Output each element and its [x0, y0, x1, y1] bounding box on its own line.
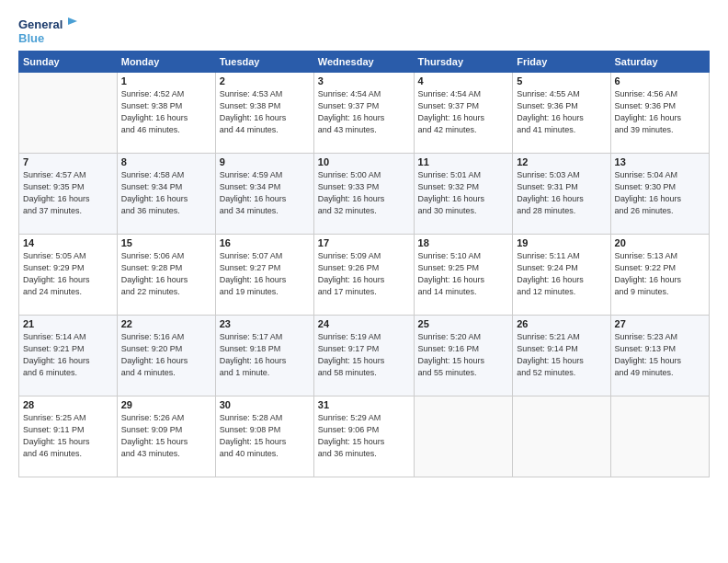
calendar-cell: 29Sunrise: 5:26 AM Sunset: 9:09 PM Dayli…: [117, 396, 215, 477]
day-number: 10: [318, 156, 410, 167]
weekday-header-row: SundayMondayTuesdayWednesdayThursdayFrid…: [19, 52, 710, 73]
calendar-cell: 12Sunrise: 5:03 AM Sunset: 9:31 PM Dayli…: [513, 154, 610, 235]
weekday-header-monday: Monday: [117, 52, 215, 73]
calendar-cell: [414, 396, 513, 477]
day-number: 24: [318, 318, 410, 329]
day-number: 29: [121, 399, 211, 410]
calendar-cell: 14Sunrise: 5:05 AM Sunset: 9:29 PM Dayli…: [19, 235, 118, 316]
weekday-header-saturday: Saturday: [610, 52, 709, 73]
calendar-cell: 13Sunrise: 5:04 AM Sunset: 9:30 PM Dayli…: [610, 154, 709, 235]
calendar-cell: 30Sunrise: 5:28 AM Sunset: 9:08 PM Dayli…: [215, 396, 313, 477]
day-detail: Sunrise: 5:26 AM Sunset: 9:09 PM Dayligh…: [121, 412, 211, 460]
calendar-cell: 21Sunrise: 5:14 AM Sunset: 9:21 PM Dayli…: [19, 316, 118, 396]
day-detail: Sunrise: 5:29 AM Sunset: 9:06 PM Dayligh…: [318, 412, 410, 460]
calendar-cell: 31Sunrise: 5:29 AM Sunset: 9:06 PM Dayli…: [313, 396, 414, 477]
day-detail: Sunrise: 5:14 AM Sunset: 9:21 PM Dayligh…: [23, 331, 113, 379]
day-number: 30: [220, 399, 310, 410]
calendar-cell: 2Sunrise: 4:53 AM Sunset: 9:38 PM Daylig…: [215, 73, 313, 154]
calendar-cell: 19Sunrise: 5:11 AM Sunset: 9:24 PM Dayli…: [513, 235, 610, 316]
day-number: 31: [318, 399, 410, 410]
day-detail: Sunrise: 4:52 AM Sunset: 9:38 PM Dayligh…: [121, 88, 211, 136]
day-number: 5: [517, 75, 606, 86]
calendar-cell: 9Sunrise: 4:59 AM Sunset: 9:34 PM Daylig…: [215, 154, 313, 235]
day-number: 16: [220, 237, 310, 248]
calendar-week-1: 1Sunrise: 4:52 AM Sunset: 9:38 PM Daylig…: [19, 73, 710, 154]
day-number: 11: [418, 156, 509, 167]
day-detail: Sunrise: 4:55 AM Sunset: 9:36 PM Dayligh…: [517, 88, 606, 136]
day-number: 21: [23, 318, 113, 329]
day-number: 15: [121, 237, 211, 248]
calendar-cell: 22Sunrise: 5:16 AM Sunset: 9:20 PM Dayli…: [117, 316, 215, 396]
day-detail: Sunrise: 5:11 AM Sunset: 9:24 PM Dayligh…: [517, 250, 606, 298]
day-detail: Sunrise: 4:54 AM Sunset: 9:37 PM Dayligh…: [418, 88, 509, 136]
calendar-cell: [610, 396, 709, 477]
calendar-week-3: 14Sunrise: 5:05 AM Sunset: 9:29 PM Dayli…: [19, 235, 710, 316]
calendar-cell: 5Sunrise: 4:55 AM Sunset: 9:36 PM Daylig…: [513, 73, 610, 154]
calendar-cell: 6Sunrise: 4:56 AM Sunset: 9:36 PM Daylig…: [610, 73, 709, 154]
day-detail: Sunrise: 4:53 AM Sunset: 9:38 PM Dayligh…: [220, 88, 310, 136]
day-detail: Sunrise: 5:17 AM Sunset: 9:18 PM Dayligh…: [220, 331, 310, 379]
day-number: 27: [615, 318, 705, 329]
day-number: 18: [418, 237, 509, 248]
logo-flag-icon: [64, 17, 79, 31]
calendar-cell: 8Sunrise: 4:58 AM Sunset: 9:34 PM Daylig…: [117, 154, 215, 235]
day-detail: Sunrise: 5:07 AM Sunset: 9:27 PM Dayligh…: [220, 250, 310, 298]
header: General Blue: [18, 17, 710, 45]
calendar-table: SundayMondayTuesdayWednesdayThursdayFrid…: [18, 51, 710, 477]
calendar-cell: 10Sunrise: 5:00 AM Sunset: 9:33 PM Dayli…: [313, 154, 414, 235]
day-number: 17: [318, 237, 410, 248]
page: General Blue SundayMondayTuesdayWednesda…: [0, 0, 728, 487]
calendar-cell: 3Sunrise: 4:54 AM Sunset: 9:37 PM Daylig…: [313, 73, 414, 154]
calendar-cell: 15Sunrise: 5:06 AM Sunset: 9:28 PM Dayli…: [117, 235, 215, 316]
day-number: 8: [121, 156, 211, 167]
weekday-header-wednesday: Wednesday: [313, 52, 414, 73]
day-detail: Sunrise: 5:06 AM Sunset: 9:28 PM Dayligh…: [121, 250, 211, 298]
day-detail: Sunrise: 4:59 AM Sunset: 9:34 PM Dayligh…: [220, 169, 310, 217]
weekday-header-friday: Friday: [513, 52, 610, 73]
calendar-cell: 16Sunrise: 5:07 AM Sunset: 9:27 PM Dayli…: [215, 235, 313, 316]
day-detail: Sunrise: 5:28 AM Sunset: 9:08 PM Dayligh…: [220, 412, 310, 460]
calendar-cell: 27Sunrise: 5:23 AM Sunset: 9:13 PM Dayli…: [610, 316, 709, 396]
day-detail: Sunrise: 5:20 AM Sunset: 9:16 PM Dayligh…: [418, 331, 509, 379]
calendar-cell: 1Sunrise: 4:52 AM Sunset: 9:38 PM Daylig…: [117, 73, 215, 154]
calendar-cell: 25Sunrise: 5:20 AM Sunset: 9:16 PM Dayli…: [414, 316, 513, 396]
day-number: 20: [615, 237, 705, 248]
day-detail: Sunrise: 5:25 AM Sunset: 9:11 PM Dayligh…: [23, 412, 113, 460]
day-detail: Sunrise: 5:09 AM Sunset: 9:26 PM Dayligh…: [318, 250, 410, 298]
day-detail: Sunrise: 5:19 AM Sunset: 9:17 PM Dayligh…: [318, 331, 410, 379]
day-number: 2: [220, 75, 310, 86]
day-detail: Sunrise: 5:01 AM Sunset: 9:32 PM Dayligh…: [418, 169, 509, 217]
day-detail: Sunrise: 4:57 AM Sunset: 9:35 PM Dayligh…: [23, 169, 113, 217]
day-number: 12: [517, 156, 606, 167]
day-detail: Sunrise: 5:04 AM Sunset: 9:30 PM Dayligh…: [615, 169, 705, 217]
svg-marker-0: [68, 17, 77, 25]
calendar-cell: 26Sunrise: 5:21 AM Sunset: 9:14 PM Dayli…: [513, 316, 610, 396]
day-detail: Sunrise: 5:00 AM Sunset: 9:33 PM Dayligh…: [318, 169, 410, 217]
day-number: 13: [615, 156, 705, 167]
day-detail: Sunrise: 4:54 AM Sunset: 9:37 PM Dayligh…: [318, 88, 410, 136]
day-detail: Sunrise: 5:23 AM Sunset: 9:13 PM Dayligh…: [615, 331, 705, 379]
day-detail: Sunrise: 5:16 AM Sunset: 9:20 PM Dayligh…: [121, 331, 211, 379]
logo: General Blue: [18, 17, 79, 45]
day-number: 19: [517, 237, 606, 248]
day-number: 28: [23, 399, 113, 410]
day-number: 7: [23, 156, 113, 167]
calendar-cell: 28Sunrise: 5:25 AM Sunset: 9:11 PM Dayli…: [19, 396, 118, 477]
day-number: 9: [220, 156, 310, 167]
calendar-week-4: 21Sunrise: 5:14 AM Sunset: 9:21 PM Dayli…: [19, 316, 710, 396]
calendar-week-2: 7Sunrise: 4:57 AM Sunset: 9:35 PM Daylig…: [19, 154, 710, 235]
calendar-cell: 20Sunrise: 5:13 AM Sunset: 9:22 PM Dayli…: [610, 235, 709, 316]
calendar-cell: 7Sunrise: 4:57 AM Sunset: 9:35 PM Daylig…: [19, 154, 118, 235]
day-number: 22: [121, 318, 211, 329]
day-number: 1: [121, 75, 211, 86]
day-detail: Sunrise: 5:05 AM Sunset: 9:29 PM Dayligh…: [23, 250, 113, 298]
calendar-cell: 4Sunrise: 4:54 AM Sunset: 9:37 PM Daylig…: [414, 73, 513, 154]
calendar-cell: [19, 73, 118, 154]
day-detail: Sunrise: 5:03 AM Sunset: 9:31 PM Dayligh…: [517, 169, 606, 217]
day-detail: Sunrise: 5:10 AM Sunset: 9:25 PM Dayligh…: [418, 250, 509, 298]
day-number: 25: [418, 318, 509, 329]
day-number: 23: [220, 318, 310, 329]
day-detail: Sunrise: 5:13 AM Sunset: 9:22 PM Dayligh…: [615, 250, 705, 298]
weekday-header-thursday: Thursday: [414, 52, 513, 73]
weekday-header-sunday: Sunday: [19, 52, 118, 73]
